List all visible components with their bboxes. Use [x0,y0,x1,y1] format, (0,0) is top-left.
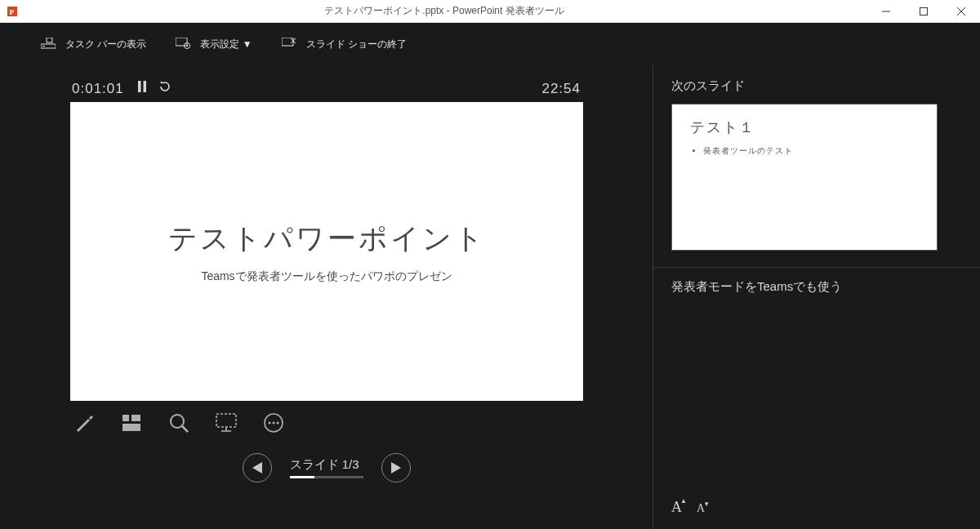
next-slide-title: テスト１ [690,118,919,137]
svg-rect-17 [122,415,129,421]
svg-point-20 [171,415,184,428]
svg-rect-16 [143,81,146,92]
current-slide-subtitle: Teamsで発表者ツールを使ったパワポのプレゼン [201,269,452,284]
left-panel: 0:01:01 22:54 テストパワーポイント Teamsで発表者ツールを使っ… [0,65,653,529]
right-panel: 次のスライド テスト１ 発表者ツールのテスト 発表者モードをTeamsでも使う … [653,65,980,529]
svg-rect-7 [42,46,45,47]
see-all-slides-button[interactable] [119,411,144,435]
speaker-notes: 発表者モードをTeamsでも使う [671,279,962,499]
black-screen-button[interactable] [214,411,238,435]
svg-point-27 [273,422,275,425]
powerpoint-app-icon: P [7,4,21,19]
timer-row: 0:01:01 22:54 [33,80,620,102]
zoom-button[interactable] [167,411,191,435]
slide-counter: スライド 1/3 [290,457,363,473]
decrease-font-button[interactable]: A▼ [697,502,705,515]
svg-rect-22 [216,414,236,427]
reset-timer-button[interactable] [158,80,172,97]
svg-rect-19 [122,424,140,431]
end-show-icon [282,38,296,51]
close-button[interactable] [942,0,980,23]
svg-marker-29 [252,462,262,473]
window-title: テストパワーポイント.pptx - PowerPoint 発表者ツール [21,4,867,18]
next-slide-button[interactable] [381,453,411,482]
slide-navigation: スライド 1/3 [33,453,620,482]
current-slide-title: テストパワーポイント [168,220,486,258]
svg-rect-18 [131,415,140,421]
pen-tool-button[interactable] [72,411,96,435]
minimize-button[interactable] [867,0,905,23]
notes-divider [653,267,980,268]
svg-line-21 [182,426,188,432]
increase-font-button[interactable]: A▲ [671,499,682,516]
svg-rect-15 [138,81,141,92]
elapsed-timer: 0:01:01 [72,81,124,97]
display-settings-button[interactable]: 表示設定 ▼ [176,38,252,51]
annotation-tools [33,401,620,435]
svg-rect-3 [920,7,928,15]
display-settings-label: 表示設定 ▼ [200,38,252,51]
pause-timer-button[interactable] [137,80,147,97]
previous-slide-button[interactable] [243,453,272,482]
show-taskbar-label: タスク バーの表示 [65,38,146,51]
next-slide-bullet: 発表者ツールのテスト [703,145,919,157]
svg-text:P: P [10,8,15,16]
svg-rect-9 [176,38,187,46]
current-slide-preview[interactable]: テストパワーポイント Teamsで発表者ツールを使ったパワポのプレゼン [70,102,583,401]
presenter-toolbar: タスク バーの表示 表示設定 ▼ スライド ショーの終了 [0,23,980,65]
display-settings-icon [176,38,190,51]
clock-time: 22:54 [541,81,581,97]
notes-font-size-controls: A▲ A▼ [671,499,962,516]
slide-counter-block: スライド 1/3 [290,457,363,478]
next-slide-label: 次のスライド [671,78,962,94]
maximize-button[interactable] [905,0,942,23]
svg-rect-8 [47,38,52,42]
show-taskbar-button[interactable]: タスク バーの表示 [41,38,146,51]
svg-marker-30 [391,462,401,473]
titlebar: P テストパワーポイント.pptx - PowerPoint 発表者ツール [0,0,980,23]
next-slide-preview[interactable]: テスト１ 発表者ツールのテスト [671,104,938,251]
main-area: 0:01:01 22:54 テストパワーポイント Teamsで発表者ツールを使っ… [0,65,980,529]
svg-point-28 [277,422,279,425]
more-options-button[interactable] [261,411,286,435]
svg-point-26 [269,422,271,425]
svg-point-11 [186,45,188,47]
end-slideshow-button[interactable]: スライド ショーの終了 [282,38,407,51]
taskbar-icon [41,38,56,51]
slide-progress [290,476,363,478]
presenter-window: P テストパワーポイント.pptx - PowerPoint 発表者ツール タス… [0,0,980,529]
end-slideshow-label: スライド ショーの終了 [306,38,407,51]
